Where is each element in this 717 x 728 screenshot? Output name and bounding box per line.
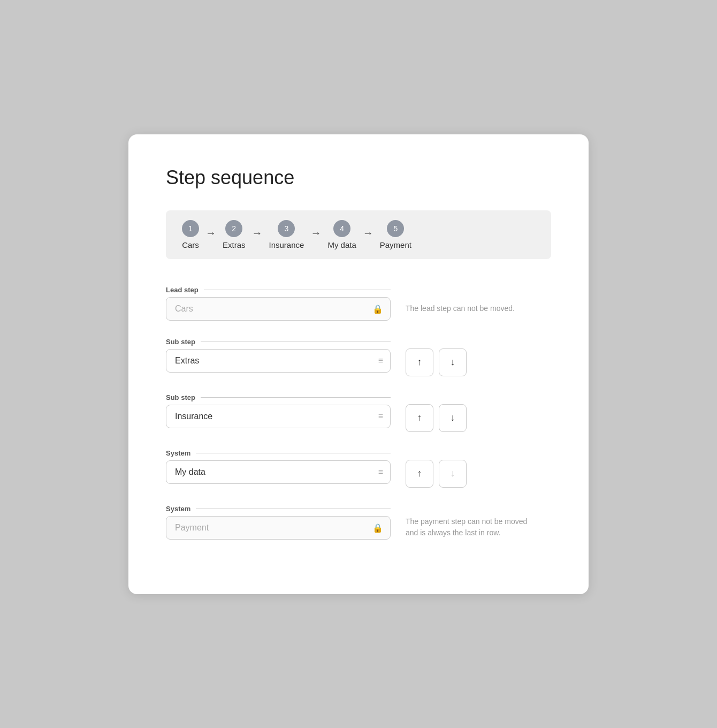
lock-icon: 🔒 — [372, 304, 383, 314]
arrow-icon-2: → — [252, 227, 263, 242]
sub-step-2-field-group: Sub step ≡ — [166, 393, 391, 428]
sub-step-1-section: Sub step ≡ ↑ ↓ — [166, 338, 551, 376]
system-step-2-note: The payment step can not be moved and is… — [406, 516, 534, 539]
step-label-4: My data — [327, 240, 356, 249]
step-item-5: 5 Payment — [380, 220, 411, 249]
sub-step-2-down-button[interactable]: ↓ — [439, 404, 467, 432]
hamburger-icon-3: ≡ — [378, 467, 383, 477]
step-label-1: Cars — [182, 240, 199, 249]
step-item-1: 1 Cars — [182, 220, 199, 249]
system-step-1-input-wrapper: ≡ — [166, 460, 391, 484]
sub-step-2-row: Sub step ≡ ↑ ↓ — [166, 393, 551, 432]
step-circle-4: 4 — [333, 220, 350, 237]
system-step-1-label: System — [166, 449, 391, 457]
step-item-3: 3 Insurance — [269, 220, 304, 249]
sub-step-2-section: Sub step ≡ ↑ ↓ — [166, 393, 551, 432]
system-step-1-actions: ↑ ↓ — [406, 460, 467, 488]
sub-step-2-input-wrapper: ≡ — [166, 405, 391, 428]
step-item-2: 2 Extras — [223, 220, 246, 249]
lock-icon-2: 🔒 — [372, 522, 383, 533]
sub-step-1-row: Sub step ≡ ↑ ↓ — [166, 338, 551, 376]
sub-step-1-input[interactable] — [166, 349, 391, 373]
arrow-icon-1: → — [205, 227, 216, 242]
lead-step-field-group: Lead step 🔒 — [166, 286, 391, 321]
lead-step-note: The lead step can not be moved. — [406, 303, 515, 314]
system-step-2-field-group: System 🔒 — [166, 505, 391, 540]
sub-step-1-label: Sub step — [166, 338, 391, 346]
system-step-2-input-wrapper: 🔒 — [166, 516, 391, 540]
sub-step-2-actions: ↑ ↓ — [406, 404, 467, 432]
lead-step-section: Lead step 🔒 The lead step can not be mov… — [166, 286, 551, 321]
step-circle-2: 2 — [225, 220, 242, 237]
page-title: Step sequence — [166, 166, 551, 189]
sub-step-2-input[interactable] — [166, 405, 391, 428]
sub-step-2-up-button[interactable]: ↑ — [406, 404, 433, 432]
system-step-2-section: System 🔒 The payment step can not be mov… — [166, 505, 551, 540]
sub-step-2-label: Sub step — [166, 393, 391, 401]
lead-step-row: Lead step 🔒 The lead step can not be mov… — [166, 286, 551, 321]
step-circle-5: 5 — [387, 220, 404, 237]
main-card: Step sequence 1 Cars → 2 Extras → 3 Insu… — [128, 134, 589, 594]
system-step-1-section: System ≡ ↑ ↓ — [166, 449, 551, 488]
system-step-2-row: System 🔒 The payment step can not be mov… — [166, 505, 551, 540]
step-label-3: Insurance — [269, 240, 304, 249]
step-label-5: Payment — [380, 240, 411, 249]
step-circle-3: 3 — [278, 220, 295, 237]
step-circle-1: 1 — [182, 220, 199, 237]
system-step-1-field-group: System ≡ — [166, 449, 391, 484]
sub-step-1-actions: ↑ ↓ — [406, 348, 467, 376]
system-step-1-row: System ≡ ↑ ↓ — [166, 449, 551, 488]
system-step-2-label: System — [166, 505, 391, 513]
lead-step-input — [166, 297, 391, 321]
sub-step-1-input-wrapper: ≡ — [166, 349, 391, 373]
step-item-4: 4 My data — [327, 220, 356, 249]
step-bar: 1 Cars → 2 Extras → 3 Insurance → 4 My d… — [166, 210, 551, 259]
sub-step-1-field-group: Sub step ≡ — [166, 338, 391, 373]
sub-step-1-up-button[interactable]: ↑ — [406, 348, 433, 376]
sub-step-1-down-button[interactable]: ↓ — [439, 348, 467, 376]
arrow-icon-3: → — [310, 227, 321, 242]
system-step-1-down-button: ↓ — [439, 460, 467, 488]
arrow-icon-4: → — [363, 227, 373, 242]
lead-step-input-wrapper: 🔒 — [166, 297, 391, 321]
step-label-2: Extras — [223, 240, 246, 249]
system-step-1-input[interactable] — [166, 460, 391, 484]
hamburger-icon-1: ≡ — [378, 356, 383, 366]
system-step-1-up-button[interactable]: ↑ — [406, 460, 433, 488]
system-step-2-input — [166, 516, 391, 540]
lead-step-label: Lead step — [166, 286, 391, 294]
hamburger-icon-2: ≡ — [378, 412, 383, 421]
